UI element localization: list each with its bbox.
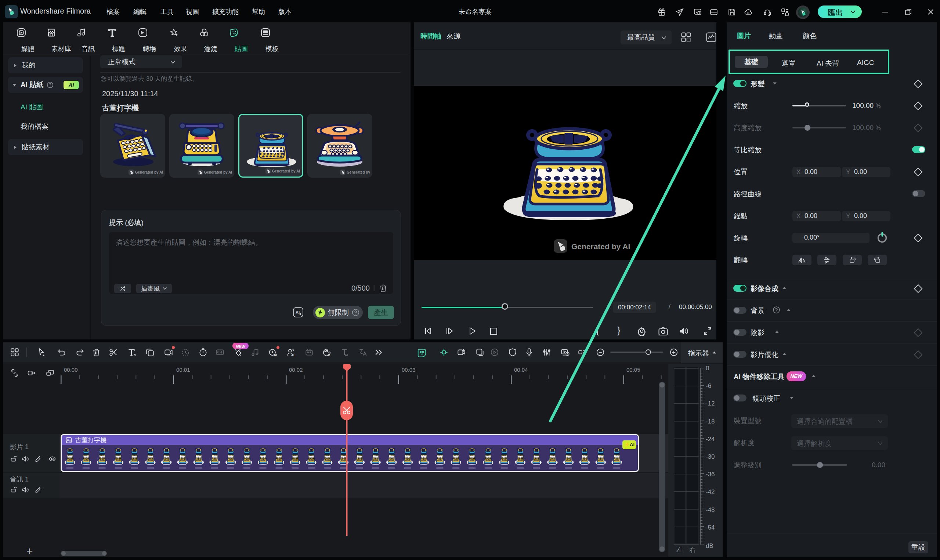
svg-text:AI: AI: [327, 353, 330, 357]
svg-text:AI: AI: [274, 353, 277, 357]
svg-text:AI: AI: [291, 353, 294, 357]
svg-text:AI: AI: [296, 310, 300, 314]
svg-text:AI: AI: [345, 353, 348, 357]
